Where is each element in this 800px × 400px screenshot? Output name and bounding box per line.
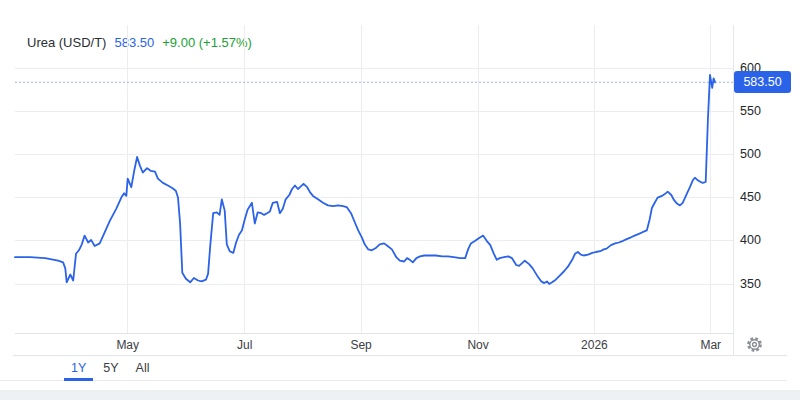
bottom-strip xyxy=(0,390,800,400)
range-tab-all[interactable]: All xyxy=(129,356,157,381)
x-axis-label: May xyxy=(100,338,156,352)
x-axis-label: Mar xyxy=(683,338,739,352)
axis-separator-line xyxy=(733,25,734,355)
current-price-badge: 583.50 xyxy=(734,71,791,93)
y-axis-label: 500 xyxy=(740,147,786,162)
y-axis-label: 400 xyxy=(740,233,786,248)
price-chart-widget: Urea (USD/T) 583.50 +9.00 (+1.57%) 35040… xyxy=(0,0,800,400)
y-axis-label: 450 xyxy=(740,190,786,205)
settings-gear-icon[interactable] xyxy=(746,336,763,353)
range-tab-5y[interactable]: 5Y xyxy=(96,356,125,381)
y-axis-label: 350 xyxy=(740,277,786,292)
x-axis-label: 2026 xyxy=(566,338,622,352)
x-axis-label: Nov xyxy=(450,338,506,352)
x-axis-label: Jul xyxy=(217,338,273,352)
y-axis-label: 550 xyxy=(740,104,786,119)
x-axis-label: Sep xyxy=(333,338,389,352)
range-tabs: 1Y5YAll xyxy=(0,356,787,381)
range-tab-1y[interactable]: 1Y xyxy=(64,356,93,381)
